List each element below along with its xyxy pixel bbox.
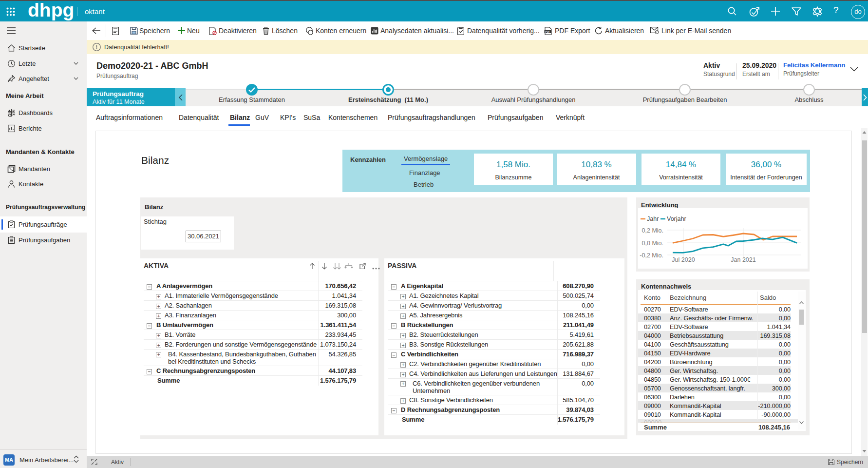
svg-text:Jahr: Jahr — [647, 215, 659, 222]
svg-text:0,2 Mio.: 0,2 Mio. — [642, 227, 663, 234]
svg-text:Vorjahr: Vorjahr — [667, 215, 686, 222]
svg-text:PDF: PDF — [545, 30, 550, 33]
svg-text:-0,2 Mio.: -0,2 Mio. — [640, 252, 663, 259]
svg-text:Jan 2021: Jan 2021 — [731, 256, 755, 263]
svg-text:Jul 2020: Jul 2020 — [672, 256, 695, 263]
svg-text:0,0 Mio.: 0,0 Mio. — [642, 240, 663, 247]
